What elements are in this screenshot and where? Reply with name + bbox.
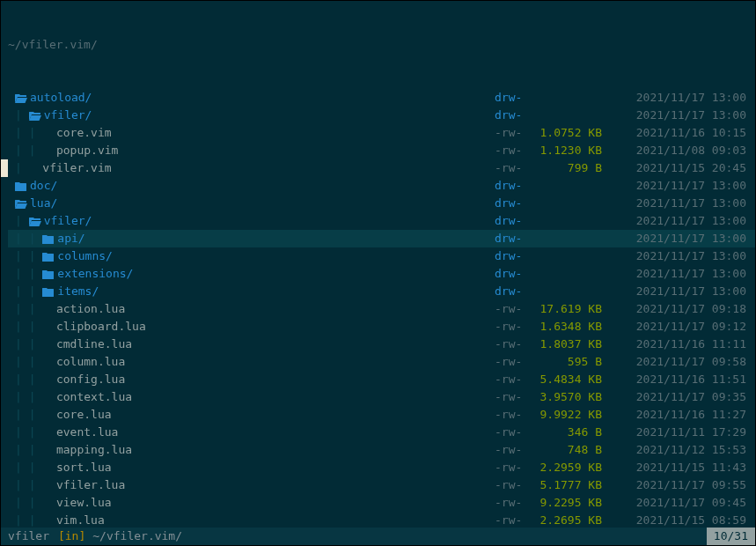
size-column: 595 B (537, 353, 606, 371)
file-row[interactable]: | | popup.vim-rw-1.1230 KB2021/11/08 09:… (8, 142, 755, 159)
mode-column: -rw- (495, 441, 537, 459)
dir-row[interactable]: | vfiler/drw-2021/11/17 13:00 (8, 107, 755, 124)
mode-column: -rw- (495, 512, 537, 529)
size-column: 3.9570 KB (537, 388, 606, 406)
entry-name: vfiler.vim (42, 161, 111, 174)
date-column: 2021/11/17 13:00 (606, 89, 755, 107)
date-column: 2021/11/17 09:45 (606, 494, 755, 512)
folder-open-icon (29, 111, 41, 122)
entry-name: api/ (57, 232, 84, 245)
cursor-indicator (1, 159, 8, 177)
file-row[interactable]: | | cmdline.lua-rw-1.8037 KB2021/11/16 1… (8, 336, 755, 353)
entry-name: clipboard.lua (56, 320, 146, 333)
date-column: 2021/11/17 13:00 (606, 265, 755, 283)
entry-name: vfiler/ (44, 108, 92, 122)
date-column: 2021/11/17 13:00 (606, 107, 755, 124)
entry-name: doc/ (30, 179, 57, 192)
mode-column: -rw- (495, 476, 537, 494)
date-column: 2021/11/17 13:00 (606, 195, 755, 212)
entry-name: context.lua (56, 390, 132, 403)
entry-name: sort.lua (56, 461, 112, 474)
folder-open-icon (15, 93, 27, 104)
size-column: 748 B (537, 441, 606, 459)
mode-column: -rw- (495, 159, 537, 177)
mode-column: -rw- (495, 388, 537, 406)
file-row[interactable]: | | core.lua-rw-9.9922 KB2021/11/16 11:2… (8, 406, 755, 424)
size-column: 1.8037 KB (537, 336, 606, 353)
file-row[interactable]: | | mapping.lua-rw-748 B2021/11/12 15:53 (8, 441, 755, 459)
dir-row[interactable]: | | items/drw-2021/11/17 13:00 (8, 283, 755, 300)
size-column: 2.2695 KB (537, 512, 606, 529)
date-column: 2021/11/17 09:35 (606, 388, 755, 406)
dir-row[interactable]: autoload/drw-2021/11/17 13:00 (8, 89, 755, 107)
mode-column: -rw- (495, 494, 537, 512)
date-column: 2021/11/08 09:03 (606, 142, 755, 159)
mode-column: drw- (495, 247, 537, 265)
date-column: 2021/11/16 11:27 (606, 406, 755, 424)
file-row[interactable]: | | vim.lua-rw-2.2695 KB2021/11/15 08:59 (8, 512, 755, 529)
file-row[interactable]: | | event.lua-rw-346 B2021/11/11 17:29 (8, 424, 755, 441)
entry-name: action.lua (56, 302, 125, 315)
mode-column: drw- (495, 177, 537, 195)
file-row[interactable]: | | core.vim-rw-1.0752 KB2021/11/16 10:1… (8, 124, 755, 142)
file-row[interactable]: | | config.lua-rw-5.4834 KB2021/11/16 11… (8, 371, 755, 388)
folder-closed-icon (15, 181, 27, 192)
folder-closed-icon (42, 287, 55, 298)
mode-column: drw- (495, 283, 537, 300)
dir-row[interactable]: | | columns/drw-2021/11/17 13:00 (8, 247, 755, 265)
date-column: 2021/11/16 11:51 (606, 371, 755, 388)
file-row[interactable]: | vfiler.vim-rw-799 B2021/11/15 20:45 (8, 159, 755, 177)
dir-row[interactable]: lua/drw-2021/11/17 13:00 (8, 195, 755, 212)
dir-row[interactable]: | | extensions/drw-2021/11/17 13:00 (8, 265, 755, 283)
date-column: 2021/11/11 17:29 (606, 424, 755, 441)
date-column: 2021/11/17 09:12 (606, 318, 755, 336)
mode-column: -rw- (495, 406, 537, 424)
folder-open-icon (15, 199, 27, 210)
dir-row[interactable]: | | api/drw-2021/11/17 13:00 (8, 230, 755, 247)
file-row[interactable]: | | context.lua-rw-3.9570 KB2021/11/17 0… (8, 388, 755, 406)
dir-row[interactable]: | vfiler/drw-2021/11/17 13:00 (8, 212, 755, 230)
entry-name: lua/ (30, 196, 57, 210)
entry-name: config.lua (56, 373, 125, 386)
size-column: 9.9922 KB (537, 406, 606, 424)
entry-name: autoload/ (30, 91, 92, 104)
file-row[interactable]: | | vfiler.lua-rw-5.1777 KB2021/11/17 09… (8, 476, 755, 494)
mode-column: drw- (495, 265, 537, 283)
size-column: 1.1230 KB (537, 142, 606, 159)
entry-name: cmdline.lua (56, 337, 132, 350)
date-column: 2021/11/17 13:00 (606, 247, 755, 265)
file-row[interactable]: | | action.lua-rw-17.619 KB2021/11/17 09… (8, 300, 755, 318)
file-listing[interactable]: ~/vfiler.vim/ autoload/drw-2021/11/17 13… (8, 1, 755, 528)
dir-row[interactable]: doc/drw-2021/11/17 13:00 (8, 177, 755, 195)
date-column: 2021/11/16 11:11 (606, 336, 755, 353)
date-column: 2021/11/17 09:58 (606, 353, 755, 371)
date-column: 2021/11/17 13:00 (606, 212, 755, 230)
date-column: 2021/11/17 13:00 (606, 177, 755, 195)
entry-name: columns/ (57, 249, 113, 262)
entry-name: popup.vim (56, 144, 118, 157)
date-column: 2021/11/17 09:55 (606, 476, 755, 494)
file-row[interactable]: | | clipboard.lua-rw-1.6348 KB2021/11/17… (8, 318, 755, 336)
mode-column: -rw- (495, 353, 537, 371)
size-column: 1.6348 KB (537, 318, 606, 336)
size-column: 346 B (537, 424, 606, 441)
entry-name: vfiler/ (44, 214, 92, 227)
mode-column: drw- (495, 230, 537, 247)
entry-name: items/ (57, 284, 99, 298)
mode-column: -rw- (495, 371, 537, 388)
folder-closed-icon (42, 269, 55, 280)
entry-name: vfiler.lua (56, 478, 125, 491)
mode-column: -rw- (495, 424, 537, 441)
entry-name: event.lua (56, 425, 118, 439)
folder-closed-icon (42, 252, 55, 262)
date-column: 2021/11/15 11:43 (606, 459, 755, 476)
mode-column: drw- (495, 212, 537, 230)
file-row[interactable]: | | view.lua-rw-9.2295 KB2021/11/17 09:4… (8, 494, 755, 512)
file-row[interactable]: | | sort.lua-rw-2.2959 KB2021/11/15 11:4… (8, 459, 755, 476)
file-row[interactable]: | | column.lua-rw-595 B2021/11/17 09:58 (8, 353, 755, 371)
status-position: 10/31 (707, 528, 755, 545)
mode-column: -rw- (495, 142, 537, 159)
size-column: 799 B (537, 159, 606, 177)
folder-closed-icon (42, 234, 55, 245)
date-column: 2021/11/16 10:15 (606, 124, 755, 142)
